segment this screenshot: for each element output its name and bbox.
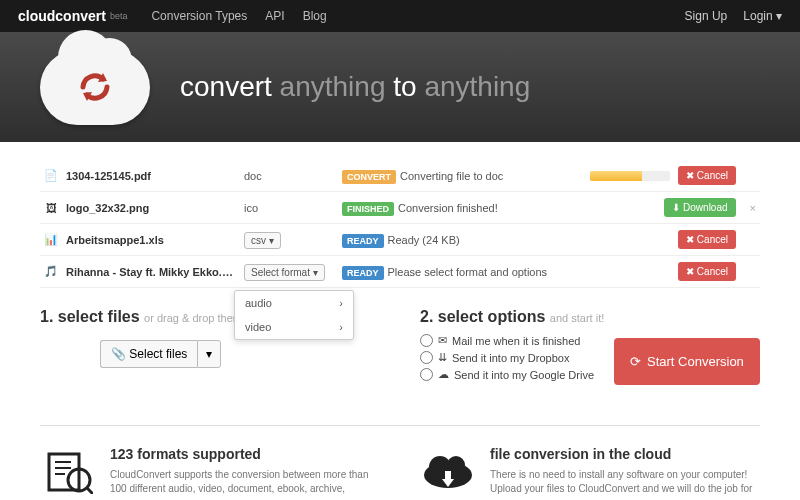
nav-signup[interactable]: Sign Up [685,9,728,23]
option-radio[interactable] [420,334,433,347]
cancel-button[interactable]: ✖ Cancel [678,262,736,281]
file-row: 📊 Arbeitsmappe1.xls csv ▾ READYReady (24… [40,224,760,256]
select-files-dropdown[interactable]: ▾ [197,340,221,368]
nav-conversion-types[interactable]: Conversion Types [151,9,247,23]
svg-rect-0 [49,454,79,490]
svg-line-2 [87,488,93,494]
feature-cloud-title: file conversion in the cloud [490,446,760,462]
status-badge: CONVERT [342,170,396,184]
feature-cloud-desc: There is no need to install any software… [490,468,760,496]
option-row[interactable]: ⇊ Send it into my Dropbox [420,351,594,364]
file-status: FINISHEDConversion finished! [342,202,568,214]
hero-title: convert anything to anything [180,71,530,103]
file-row: 🖼 logo_32x32.png ico FINISHEDConversion … [40,192,760,224]
brand-logo[interactable]: cloudconvert [18,8,106,24]
file-name: logo_32x32.png [66,202,236,214]
formats-icon [40,446,96,496]
file-name: Rihanna - Stay ft. Mikky Ekko.mp4 [66,266,236,278]
dropdown-item[interactable]: audio› [235,291,353,315]
select-files-button[interactable]: 📎 Select files [100,340,197,368]
file-type-icon: 🎵 [44,265,58,278]
download-button[interactable]: ⬇ Download [664,198,735,217]
file-status: READYReady (24 KB) [342,234,582,246]
option-label: Mail me when it is finished [452,335,580,347]
format-select[interactable]: Select format ▾ [244,264,325,281]
option-label: Send it into my Google Drive [454,369,594,381]
option-icon: ☁ [438,368,449,381]
file-type-icon: 🖼 [44,202,58,214]
option-radio[interactable] [420,351,433,364]
cloud-upload-icon [420,446,476,496]
option-icon: ⇊ [438,351,447,364]
feature-formats-desc: CloudConvert supports the conversion bet… [110,468,380,496]
status-badge: READY [342,266,384,280]
cancel-button[interactable]: ✖ Cancel [678,166,736,185]
feature-formats-title: 123 formats supported [110,446,380,462]
features-section: 123 formats supported CloudConvert suppo… [40,425,760,496]
status-badge: READY [342,234,384,248]
file-status: READYPlease select format and options [342,266,582,278]
progress-bar [590,171,670,181]
cloud-logo-icon [40,50,150,125]
format-dropdown[interactable]: audio›video› [234,290,354,340]
cancel-button[interactable]: ✖ Cancel [678,230,736,249]
file-name: Arbeitsmappe1.xls [66,234,236,246]
step-select-options: 2. select options and start it! ✉ Mail m… [420,308,760,385]
file-name: 1304-125145.pdf [66,170,236,182]
format-label: ico [244,202,258,214]
file-list: 📄 1304-125145.pdf doc CONVERTConverting … [40,160,760,288]
file-status: CONVERTConverting file to doc [342,170,582,182]
close-icon[interactable]: × [750,202,756,214]
step2-title: 2. select options and start it! [420,308,760,326]
dropdown-item[interactable]: video› [235,315,353,339]
file-type-icon: 📊 [44,233,58,246]
nav-api[interactable]: API [265,9,284,23]
file-type-icon: 📄 [44,169,58,182]
nav-blog[interactable]: Blog [303,9,327,23]
nav-login[interactable]: Login ▾ [743,9,782,23]
option-row[interactable]: ☁ Send it into my Google Drive [420,368,594,381]
hero-banner: convert anything to anything [0,32,800,142]
option-label: Send it into my Dropbox [452,352,569,364]
top-navbar: cloudconvert beta Conversion Types API B… [0,0,800,32]
status-badge: FINISHED [342,202,394,216]
beta-badge: beta [110,11,128,21]
format-select[interactable]: csv ▾ [244,232,281,249]
file-row: 🎵 Rihanna - Stay ft. Mikky Ekko.mp4 Sele… [40,256,760,288]
nav-links: Conversion Types API Blog [151,9,326,23]
option-icon: ✉ [438,334,447,347]
option-row[interactable]: ✉ Mail me when it is finished [420,334,594,347]
option-radio[interactable] [420,368,433,381]
format-label: doc [244,170,262,182]
file-row: 📄 1304-125145.pdf doc CONVERTConverting … [40,160,760,192]
start-conversion-button[interactable]: ⟳ Start Conversion [614,338,760,385]
